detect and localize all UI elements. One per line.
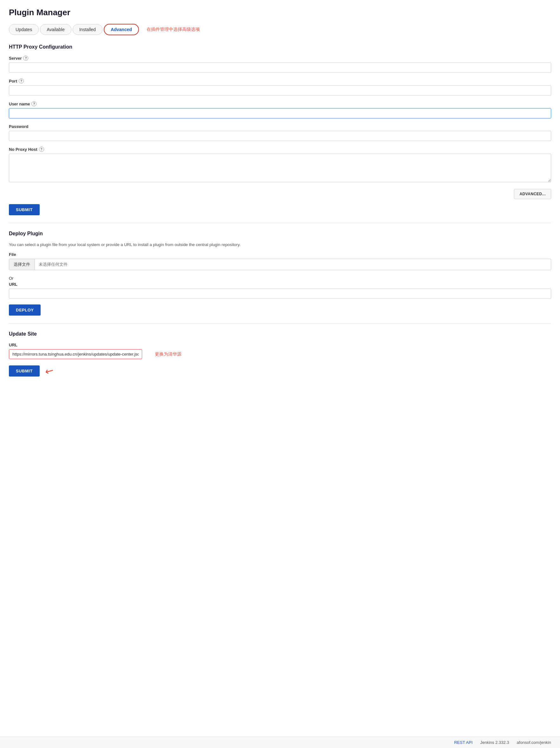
file-input-row: 选择文件 未选择任何文件	[9, 259, 551, 270]
tab-updates[interactable]: Updates	[9, 24, 39, 35]
tab-advanced[interactable]: Advanced	[104, 24, 139, 35]
tabs-row: Updates Available Installed Advanced 在插件…	[9, 24, 551, 35]
password-label: Password	[9, 124, 551, 129]
port-field-group: Port ?	[9, 78, 551, 96]
username-field-group: User name ?	[9, 101, 551, 118]
password-input[interactable]	[9, 131, 551, 141]
password-field-group: Password	[9, 124, 551, 141]
update-site-section: Update Site URL 更换为清华源 SUBMIT ↙	[9, 331, 551, 377]
page-wrapper: Plugin Manager Updates Available Install…	[0, 0, 560, 748]
divider-2	[9, 323, 551, 324]
no-proxy-host-field-group: No Proxy Host ?	[9, 147, 551, 183]
page-title: Plugin Manager	[9, 8, 551, 18]
choose-file-button[interactable]: 选择文件	[9, 259, 35, 270]
server-help-icon[interactable]: ?	[23, 55, 28, 61]
no-proxy-host-help-icon[interactable]: ?	[39, 147, 44, 152]
file-name-display: 未选择任何文件	[35, 259, 551, 270]
server-input[interactable]	[9, 63, 551, 73]
port-input[interactable]	[9, 86, 551, 96]
or-label: Or	[9, 276, 551, 281]
http-proxy-section: HTTP Proxy Configuration Server ? Port ?…	[9, 44, 551, 215]
no-proxy-host-input[interactable]	[9, 154, 551, 182]
port-label: Port ?	[9, 78, 551, 84]
advanced-btn-row: ADVANCED...	[9, 189, 551, 199]
file-label: File	[9, 252, 551, 257]
file-field-group: File 选择文件 未选择任何文件	[9, 252, 551, 270]
tab-installed[interactable]: Installed	[73, 24, 102, 35]
divider-1	[9, 223, 551, 223]
red-arrow-icon: ↙	[43, 364, 56, 378]
url-field-group-deploy: URL	[9, 282, 551, 299]
update-site-title: Update Site	[9, 331, 551, 337]
update-site-url-row: 更换为清华源	[9, 349, 551, 359]
advanced-button[interactable]: ADVANCED...	[514, 189, 551, 199]
http-proxy-submit-button[interactable]: SUBMIT	[9, 204, 40, 215]
server-label: Server ?	[9, 55, 551, 61]
deploy-button[interactable]: DEPLOY	[9, 304, 41, 315]
deploy-btn-row: DEPLOY	[9, 304, 551, 315]
footer-jenkins-site: afonsof.com/jenkin	[517, 740, 551, 745]
update-site-url-wrapper	[9, 349, 142, 359]
update-site-submit-row: SUBMIT ↙	[9, 365, 551, 377]
no-proxy-host-label: No Proxy Host ?	[9, 147, 551, 152]
footer-jenkins-version: Jenkins 2.332.3	[480, 740, 509, 745]
username-label: User name ?	[9, 101, 551, 107]
update-site-url-label: URL	[9, 343, 551, 347]
username-input[interactable]	[9, 108, 551, 118]
update-site-submit-button[interactable]: SUBMIT	[9, 366, 40, 377]
username-help-icon[interactable]: ?	[31, 101, 36, 107]
tab-available[interactable]: Available	[40, 24, 71, 35]
deploy-plugin-title: Deploy Plugin	[9, 231, 551, 236]
update-site-url-input[interactable]	[9, 349, 142, 359]
update-site-annotation: 更换为清华源	[155, 351, 181, 357]
footer-bar: REST API Jenkins 2.332.3 afonsof.com/jen…	[0, 737, 560, 748]
deploy-url-label: URL	[9, 282, 551, 287]
deploy-plugin-section: Deploy Plugin You can select a plugin fi…	[9, 231, 551, 315]
http-proxy-submit-row: SUBMIT	[9, 204, 551, 215]
footer-rest-api[interactable]: REST API	[454, 740, 472, 745]
deploy-url-input[interactable]	[9, 288, 551, 299]
http-proxy-title: HTTP Proxy Configuration	[9, 44, 551, 50]
deploy-plugin-description: You can select a plugin file from your l…	[9, 242, 551, 247]
server-field-group: Server ?	[9, 55, 551, 73]
port-help-icon[interactable]: ?	[19, 78, 24, 84]
update-site-url-field-group: URL 更换为清华源	[9, 343, 551, 359]
tab-annotation: 在插件管理中选择高级选项	[147, 27, 200, 32]
